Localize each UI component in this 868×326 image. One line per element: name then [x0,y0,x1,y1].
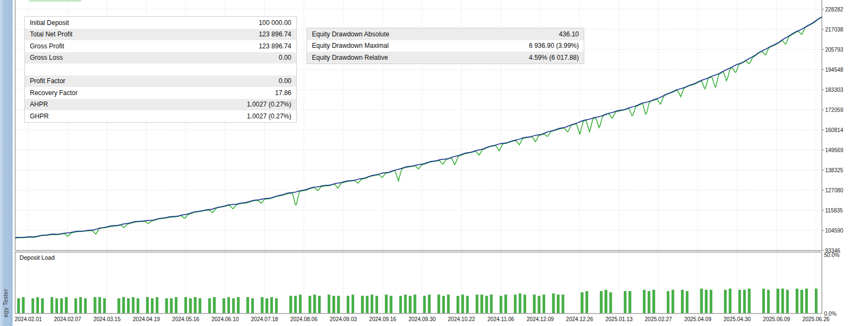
deposit-load-bar [328,295,330,313]
deposit-load-bar [581,292,583,313]
stat-value: 0.00 [279,54,291,61]
stat-label: GHPR [30,112,49,120]
x-axis-label: 2024.02.01 [15,316,42,322]
deposit-load-bar [175,297,177,313]
deposit-load-bar [729,289,731,313]
deposit-load-bar [762,289,764,313]
deposit-load-bar [767,290,769,313]
deposit-load-bar [17,298,20,313]
deposit-load-bar [170,298,173,313]
deposit-load-bar [123,297,125,313]
deposit-load-bar [562,295,564,313]
y-axis-label: 183303 [825,87,844,93]
deposit-load-bar [232,298,234,313]
deposit-load-bar [481,295,483,313]
stat-label: Gross Profit [30,42,64,50]
deposit-load-bar [84,298,86,313]
x-axis-label: 2024.10.22 [448,316,475,322]
deposit-load-bar [94,297,96,313]
deposit-load-bar [738,290,741,313]
stat-label: Equity Drawdown Maximal [312,42,388,49]
y-axis-label: 160814 [825,127,844,133]
deposit-load-bar [184,297,187,313]
y-axis-label: 172059 [825,107,844,113]
stat-row [25,64,296,76]
deposit-load-bar [375,296,378,313]
deposit-load-bar [65,297,67,313]
stat-row: Equity Drawdown Absolute436.10 [307,28,584,40]
stat-label: Equity Drawdown Relative [312,54,388,61]
stat-row: GHPR1.0027 (0.27%) [25,110,296,122]
stat-label: Equity Drawdown Absolute [312,30,390,38]
deposit-load-bar [347,296,349,313]
x-axis-label: 2025.06.09 [763,316,790,322]
stat-value: 6 936.90 (3.99%) [529,42,579,49]
deposit-scale-max: 50.0% [824,252,839,258]
stat-label: AHPR [30,101,48,108]
stat-value: 4.59% (6 017.88) [529,54,579,61]
deposit-load-bar [629,291,631,313]
stat-row: Gross Loss0.00 [25,52,296,64]
stat-value: 0.00 [279,77,291,85]
x-axis-label: 2024.08.06 [290,316,317,322]
deposit-load-bar [643,290,645,313]
stat-value: 1.0027 (0.27%) [247,112,291,120]
deposit-load-bar [476,295,478,313]
deposit-load-bar [815,289,817,313]
deposit-load-bar [261,297,263,313]
strategy-tester-sidebar-tab[interactable]: egy Tester [0,0,12,326]
deposit-load-bar [299,295,301,313]
stat-row: Profit Factor0.00 [25,76,296,87]
deposit-load-bar [457,296,459,313]
x-axis-label: 2024.12.09 [527,316,554,322]
deposit-load-bar [352,295,354,313]
x-axis-label: 2025.02.27 [645,316,672,322]
deposit-load-bar [667,291,669,313]
stat-row: Total Net Profit123 896.74 [25,29,296,41]
stat-row: Gross Profit123 896.74 [25,40,296,52]
deposit-load-bar [447,295,449,313]
deposit-load-bar [748,289,750,313]
deposit-load-bar [337,296,340,313]
deposit-load-bar [194,297,196,313]
deposit-load-bar [165,298,168,313]
x-axis-label: 2024.09.03 [330,316,357,322]
x-axis-label: 2024.11.06 [488,316,515,322]
x-axis-label: 2025.06.26 [802,316,829,322]
deposit-load-bar [146,297,149,313]
deposit-load-bar [371,295,373,313]
deposit-load-bar [275,298,277,313]
deposit-load-bar [404,295,406,313]
stat-label: Gross Loss [30,54,63,61]
deposit-load-bar [55,298,58,313]
deposit-load-bar [686,291,688,313]
x-axis-label: 2024.06.10 [212,316,239,322]
deposit-load-bar [213,297,215,313]
deposit-load-bar [366,296,368,313]
deposit-load-bar [648,291,650,313]
deposit-load-bar [36,297,39,313]
deposit-load-bar [500,296,502,313]
deposit-load-bar [227,297,229,313]
x-axis-label: 2025.04.09 [684,316,711,322]
stat-label: Recovery Factor [30,89,78,97]
y-axis-label: 217038 [825,27,844,33]
deposit-load-bar [237,297,239,313]
deposit-load-bar [653,290,655,313]
x-axis-label: 2024.07.18 [251,316,278,322]
deposit-load-bar [318,296,321,313]
deposit-load-title: Deposit Load [20,254,55,261]
x-axis-label: 2024.03.15 [93,316,120,322]
deposit-load-bar [801,290,803,313]
deposit-load-bar [462,295,464,313]
deposit-load-bar [75,298,77,313]
stat-row: Equity Drawdown Maximal6 936.90 (3.99%) [307,40,584,52]
deposit-load-bar [557,295,559,313]
deposit-load-bar [681,290,684,313]
deposit-load-bar [467,296,469,313]
stat-value: 1.0027 (0.27%) [247,101,291,108]
deposit-load-bar [199,298,201,313]
deposit-load-bar [610,292,612,313]
deposit-load-bar [390,296,392,313]
stat-value: 123 896.74 [259,30,291,38]
